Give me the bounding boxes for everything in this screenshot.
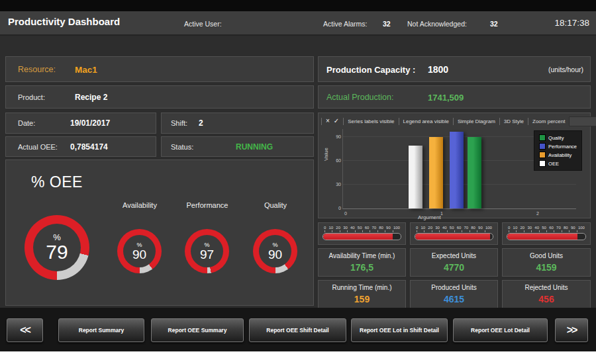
- toolbar-separator: [399, 118, 399, 125]
- check-icon[interactable]: ✓: [334, 118, 339, 124]
- scale-tick-label: 10: [513, 226, 518, 230]
- y-tick-label: 60: [332, 158, 341, 163]
- scale-tick-label: 50: [450, 226, 454, 230]
- active-alarms-value: 32: [383, 20, 391, 28]
- scale-tick-label: 20: [521, 226, 525, 230]
- toolbar-legend-area-toggle[interactable]: Legend area visible: [403, 118, 449, 124]
- actual-oee-label: Actual OEE:: [18, 143, 58, 151]
- quality-linear-gauge: 0102030405060708090100: [502, 222, 591, 245]
- report-oee-shift-detail-button[interactable]: Report OEE Shift Detail: [249, 318, 346, 342]
- toolbar-simple-diagram-toggle[interactable]: Simple Diagram: [458, 118, 495, 124]
- oee-section-title: % OEE: [31, 173, 83, 191]
- scale-tick-label: 30: [435, 226, 440, 230]
- y-tick-label: 90: [332, 134, 341, 140]
- scale-tick-label: 20: [336, 226, 340, 230]
- legend-item-oee: OEE: [539, 160, 577, 167]
- linear-gauge-track: [507, 233, 586, 240]
- resource-value: Mac1: [75, 64, 97, 74]
- shift-label: Shift:: [171, 119, 187, 127]
- legend-label: OEE: [548, 161, 559, 167]
- scale-tick-label: 100: [578, 226, 585, 230]
- stat-label: Availability Time (min.): [319, 252, 405, 259]
- report-oee-summary-button[interactable]: Report OEE Summary: [151, 318, 244, 342]
- chart-x-axis-title: Argument: [418, 214, 441, 220]
- bar-availability: [429, 137, 443, 208]
- date-label: Date:: [18, 119, 35, 127]
- performance-gauge-ring: % 97: [185, 229, 229, 273]
- legend-item-quality: Quality: [539, 134, 577, 141]
- nav-prev-button[interactable]: <<: [7, 318, 43, 342]
- y-tick-label: 0: [332, 206, 341, 211]
- report-oee-lot-detail-button[interactable]: Report OEE Lot Detail: [453, 318, 548, 342]
- scale-tick-label: 30: [527, 226, 532, 230]
- stat-label: Rejected Units: [503, 284, 590, 291]
- oee-gauge-ring: % 79: [25, 215, 89, 280]
- scale-tick-label: 70: [556, 226, 561, 230]
- performance-linear-gauge: 0102030405060708090100: [410, 222, 498, 245]
- capacity-value: 1800: [428, 64, 448, 75]
- scale-tick-label: 80: [564, 226, 568, 230]
- availability-time-tile: Availability Time (min.) 176,5: [318, 248, 406, 277]
- linear-gauge-fill: [415, 234, 490, 240]
- stat-value: 4159: [503, 262, 590, 273]
- bar-performance: [450, 132, 464, 208]
- stat-value: 456: [503, 294, 590, 304]
- top-bezel: [0, 0, 596, 11]
- linear-gauge-fill: [323, 234, 393, 240]
- status-label: Status:: [171, 143, 193, 151]
- nav-next-button[interactable]: >>: [555, 318, 588, 342]
- availability-gauge-label: Availability: [113, 201, 166, 209]
- shift-value: 2: [199, 118, 203, 128]
- scale-tick-label: 60: [365, 226, 370, 230]
- stat-value: 4615: [411, 294, 497, 304]
- bottom-margin: [0, 351, 596, 364]
- scale-tick-label: 30: [343, 226, 348, 230]
- product-label: Product:: [18, 93, 45, 101]
- scale-tick-label: 80: [471, 226, 475, 230]
- report-summary-button[interactable]: Report Summary: [58, 318, 144, 342]
- x-tick-label: 2: [536, 211, 539, 216]
- bar-oee: [409, 146, 422, 208]
- availability-gauge-ring: % 90: [117, 229, 162, 273]
- toolbar-separator: [321, 118, 322, 125]
- close-icon[interactable]: ×: [326, 118, 330, 124]
- capacity-label: Production Capacity :: [326, 64, 415, 74]
- actual-oee-panel: Actual OEE: 0,7854174: [5, 136, 156, 157]
- linear-gauge-fill: [507, 234, 577, 240]
- scale-tick-label: 60: [549, 226, 554, 230]
- availability-gauge-number: 90: [132, 248, 146, 261]
- scale-tick-label: 0: [416, 226, 418, 230]
- availability-linear-gauge: 0102030405060708090100: [318, 222, 406, 245]
- not-acknowledged-label: Not Acknowledged:: [407, 20, 467, 28]
- chart-toolbar: × ✓ Series labels visible Legend area vi…: [321, 116, 587, 126]
- toolbar-3d-style-toggle[interactable]: 3D Style: [504, 118, 524, 124]
- linear-gauge-scale: 0102030405060708090100: [503, 226, 590, 230]
- scale-tick-label: 20: [428, 226, 432, 230]
- production-capacity-panel: Production Capacity : 1800 (units/hour): [318, 56, 591, 82]
- quality-gauge-number: 90: [268, 248, 282, 261]
- zoom-percent-combobox[interactable]: ▲▼: [569, 116, 596, 126]
- scale-tick-label: 60: [457, 226, 462, 230]
- produced-units-tile: Produced Units 4615: [410, 280, 498, 308]
- chart-y-axis-title: Value: [323, 148, 329, 161]
- date-value: 19/01/2017: [70, 118, 110, 128]
- clock: 18:17:38: [554, 18, 589, 28]
- stat-label: Expected Units: [411, 252, 497, 259]
- scale-tick-label: 0: [508, 226, 510, 230]
- availability-gauge-value: % 90: [123, 235, 156, 267]
- bar-quality: [468, 137, 481, 208]
- stat-value: 176,5: [319, 262, 405, 273]
- scale-tick-label: 100: [393, 226, 400, 230]
- scale-tick-label: 40: [534, 226, 539, 230]
- product-value: Recipe 2: [75, 93, 107, 102]
- toolbar-separator: [453, 118, 454, 125]
- legend-item-performance: Performance: [539, 143, 577, 150]
- stat-value: 159: [319, 294, 405, 304]
- toolbar-separator: [528, 118, 528, 125]
- report-oee-lot-in-shift-detail-button[interactable]: Report OEE Lot in Shift Detail: [351, 318, 448, 342]
- good-units-tile: Good Units 4159: [502, 248, 591, 277]
- expected-units-tile: Expected Units 4770: [410, 248, 498, 277]
- toolbar-series-labels-toggle[interactable]: Series labels visible: [348, 118, 394, 124]
- toolbar-zoom-percent-label: Zoom percent: [532, 118, 565, 124]
- legend-item-availability: Availability: [539, 152, 577, 158]
